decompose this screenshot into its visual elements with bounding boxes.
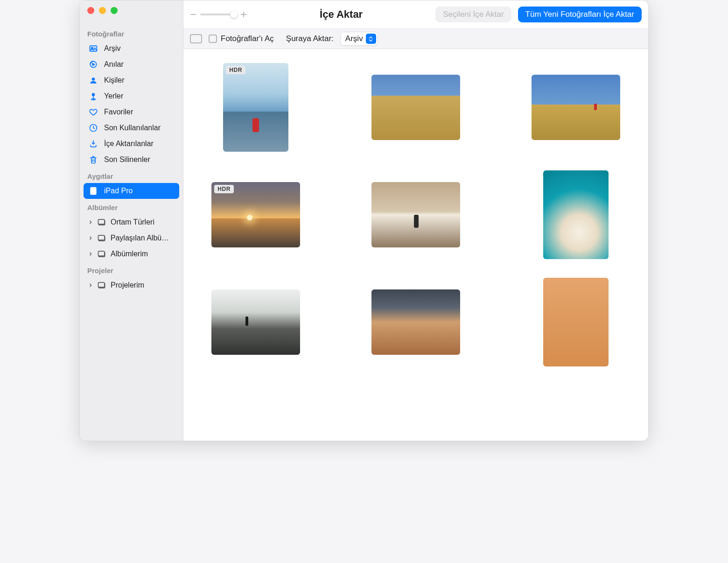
sidebar-item-memories[interactable]: Anılar	[84, 56, 179, 72]
window-controls	[80, 7, 183, 25]
close-window-button[interactable]	[87, 7, 94, 14]
sidebar-item-label: iPad Pro	[104, 187, 133, 195]
hdr-badge: HDR	[214, 185, 234, 193]
chevron-right-icon	[88, 236, 93, 240]
sidebar-item-label: Paylaşılan Albümler	[111, 234, 175, 242]
open-photos-option[interactable]: Fotoğraflar'ı Aç	[209, 34, 274, 43]
sidebar: Fotoğraflar Arşiv Anılar Kişiler Yerler	[80, 0, 183, 441]
places-icon	[88, 91, 98, 101]
sidebar-item-label: Favoriler	[104, 108, 133, 116]
sidebar-item-label: Yerler	[104, 92, 123, 100]
memories-icon	[88, 59, 98, 70]
svg-rect-13	[98, 235, 104, 240]
select-all-checkbox[interactable]	[190, 34, 202, 43]
chevron-right-icon	[88, 220, 93, 225]
folder-icon	[97, 249, 107, 259]
ipad-icon	[88, 186, 98, 196]
folder-icon	[97, 217, 107, 227]
svg-rect-17	[98, 282, 105, 287]
scene-figure	[594, 104, 597, 110]
svg-rect-15	[98, 251, 105, 256]
sidebar-section-photos: Fotoğraflar	[80, 25, 183, 41]
zoom-in-label: +	[240, 9, 247, 20]
sidebar-section-devices: Aygıtlar	[80, 168, 183, 183]
photo-grid: HDRHDR	[195, 63, 637, 366]
scene-figure	[247, 215, 252, 220]
svg-point-4	[92, 77, 95, 81]
scene-figure	[245, 317, 248, 326]
open-photos-label: Fotoğraflar'ı Aç	[221, 34, 274, 43]
sidebar-section-albums: Albümler	[80, 199, 183, 214]
import-to-select[interactable]: Arşiv	[340, 32, 378, 46]
sidebar-item-label: Albümlerim	[111, 250, 148, 258]
folder-icon	[97, 233, 107, 243]
sidebar-item-favorites[interactable]: Favoriler	[84, 104, 179, 120]
sidebar-item-label: Ortam Türleri	[111, 218, 154, 226]
trash-icon	[88, 155, 98, 165]
zoom-slider[interactable]: − +	[190, 9, 247, 20]
app-window: Fotoğraflar Arşiv Anılar Kişiler Yerler	[79, 0, 649, 441]
sidebar-item-trash[interactable]: Son Silinenler	[84, 152, 179, 168]
import-icon	[88, 139, 98, 149]
sidebar-item-label: Son Silinenler	[104, 155, 150, 164]
photo-thumbnail[interactable]	[371, 75, 460, 140]
sidebar-item-places[interactable]: Yerler	[84, 88, 179, 104]
svg-point-5	[92, 93, 95, 96]
main-content: − + İçe Aktar Seçileni İçe Aktar Tüm Yen…	[183, 0, 648, 441]
open-photos-checkbox[interactable]	[209, 35, 217, 43]
photo-thumbnail[interactable]	[371, 182, 460, 247]
sidebar-item-my-projects[interactable]: Projelerim	[84, 277, 179, 293]
photo-thumbnail[interactable]	[211, 289, 300, 355]
page-title: İçe Aktar	[253, 8, 429, 21]
sidebar-item-shared-albums[interactable]: Paylaşılan Albümler	[84, 230, 179, 246]
scene-figure	[252, 118, 259, 132]
import-to-label: Şuraya Aktar:	[286, 34, 334, 43]
photo-grid-container: HDRHDR	[183, 49, 648, 441]
photo-thumbnail[interactable]: HDR	[211, 182, 300, 247]
folder-icon	[97, 280, 107, 290]
sidebar-item-label: İçe Aktarılanlar	[104, 140, 154, 148]
photo-thumbnail[interactable]: HDR	[223, 63, 288, 152]
sidebar-item-imports[interactable]: İçe Aktarılanlar	[84, 136, 179, 152]
svg-marker-3	[92, 63, 94, 66]
clock-icon	[88, 123, 98, 133]
import-all-button[interactable]: Tüm Yeni Fotoğrafları İçe Aktar	[518, 7, 642, 22]
svg-point-6	[91, 99, 95, 100]
sidebar-section-projects: Projeler	[80, 262, 183, 277]
zoom-track[interactable]	[200, 14, 237, 15]
sidebar-item-recents[interactable]: Son Kullanılanlar	[84, 120, 179, 136]
minimize-window-button[interactable]	[99, 7, 106, 14]
options-bar: Fotoğraflar'ı Aç Şuraya Aktar: Arşiv	[183, 28, 648, 49]
library-icon	[88, 43, 98, 54]
photo-thumbnail[interactable]	[543, 278, 609, 366]
photo-thumbnail[interactable]	[543, 170, 609, 259]
sidebar-item-people[interactable]: Kişiler	[84, 72, 179, 88]
hdr-badge: HDR	[226, 66, 245, 74]
import-to-value: Arşiv	[345, 34, 365, 43]
sidebar-item-label: Anılar	[104, 60, 124, 69]
import-selected-button[interactable]: Seçileni İçe Aktar	[435, 7, 511, 22]
photo-thumbnail[interactable]	[371, 289, 460, 355]
toolbar: − + İçe Aktar Seçileni İçe Aktar Tüm Yen…	[183, 0, 648, 28]
chevron-right-icon	[88, 252, 93, 256]
heart-icon	[88, 107, 98, 117]
sidebar-item-ipad[interactable]: iPad Pro	[84, 183, 179, 199]
select-arrows-icon	[366, 34, 376, 44]
sidebar-item-library[interactable]: Arşiv	[84, 41, 179, 56]
zoom-out-label: −	[190, 9, 196, 20]
sidebar-item-label: Kişiler	[104, 76, 125, 84]
maximize-window-button[interactable]	[111, 7, 118, 14]
svg-rect-11	[98, 219, 105, 224]
sidebar-item-label: Arşiv	[104, 44, 121, 53]
sidebar-item-media-types[interactable]: Ortam Türleri	[84, 214, 179, 230]
sidebar-item-label: Son Kullanılanlar	[104, 124, 161, 132]
people-icon	[88, 75, 98, 85]
chevron-right-icon	[88, 283, 93, 288]
scene-figure	[414, 215, 419, 228]
photo-thumbnail[interactable]	[532, 75, 620, 140]
sidebar-item-my-albums[interactable]: Albümlerim	[84, 246, 179, 262]
svg-point-9	[93, 193, 93, 193]
sidebar-item-label: Projelerim	[111, 281, 144, 289]
zoom-thumb[interactable]	[230, 11, 238, 18]
